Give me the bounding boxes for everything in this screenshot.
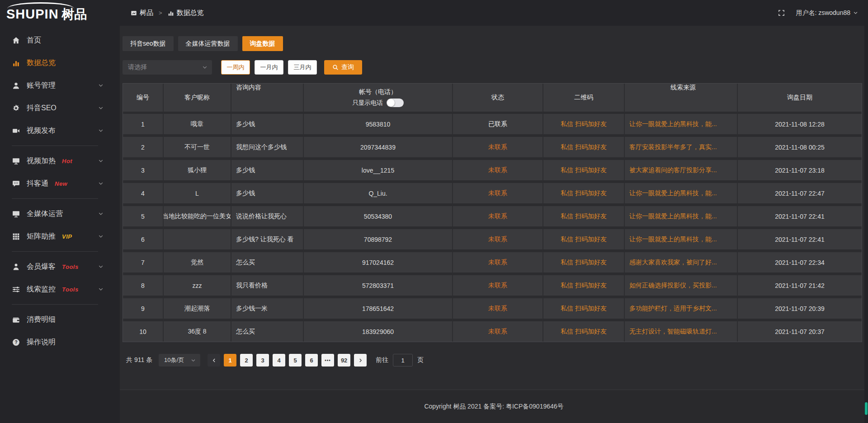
chevron-down-icon <box>98 158 104 164</box>
sidebar-item-label: 视频发布 <box>27 126 56 136</box>
cell-qrcode-link[interactable]: 私信 扫码加好友 <box>543 298 625 319</box>
sidebar-item-consumption-detail[interactable]: 消费明细 <box>0 308 120 331</box>
cell-source-link[interactable]: 无主灯设计，智能磁吸轨道灯... <box>625 321 738 342</box>
page-button-92[interactable]: 92 <box>338 354 350 367</box>
sidebar-item-member-baoke[interactable]: 会员爆客Tools <box>0 255 120 278</box>
filter-bar: 请选择 一周内一月内三月内 查询 <box>123 60 864 75</box>
cell-content: 多少钱 <box>231 160 304 180</box>
copyright-text: Copyright 树品 2021 备案号: 粤ICP备09019646号 <box>424 403 563 411</box>
cell-source-link[interactable]: 被大家追着问的客厅投影分享... <box>625 160 738 180</box>
phone-toggle[interactable] <box>387 99 404 107</box>
sidebar-item-matrix-boost[interactable]: 矩阵助推VIP <box>0 225 120 248</box>
goto-page: 前往 页 <box>376 354 424 367</box>
page-list: 123456•••92 <box>208 354 367 367</box>
cell-account: 183929060 <box>304 321 453 342</box>
cell-source-link[interactable]: 多功能护栏灯，适用于乡村文... <box>625 298 738 319</box>
page-size-select[interactable]: 10条/页 <box>159 354 200 367</box>
cell-source-link[interactable]: 客厅安装投影半年多了，真实... <box>625 137 738 157</box>
cell-nickname: 潮起潮落 <box>164 298 231 319</box>
cell-date: 2021-11-07 20:37 <box>738 321 862 342</box>
fullscreen-icon[interactable] <box>778 9 785 16</box>
table-row: 5当地比较能吃的一位美女说说价格让我死心50534380未联系私信 扫码加好友让… <box>123 206 862 226</box>
period-button-1[interactable]: 一月内 <box>255 60 283 75</box>
cell-status: 未联系 <box>453 206 543 226</box>
cell-id: 3 <box>123 160 164 180</box>
column-header-label: 帐号（电话） <box>359 88 397 96</box>
search-button[interactable]: 查询 <box>324 60 362 75</box>
scrollbar[interactable] <box>864 0 868 423</box>
tab-media-operation-data[interactable]: 全媒体运营数据 <box>178 36 238 51</box>
chevron-down-icon <box>98 264 104 269</box>
cell-source-link[interactable]: 让你一眼就爱上的黑科技，能... <box>625 114 738 134</box>
logo-text-cn: 树品 <box>62 7 87 21</box>
cell-qrcode-link[interactable]: 私信 扫码加好友 <box>543 137 625 157</box>
search-button-label: 查询 <box>341 63 354 71</box>
page-button-1[interactable]: 1 <box>224 354 236 367</box>
chevron-down-icon <box>98 234 104 239</box>
period-button-2[interactable]: 三月内 <box>288 60 317 75</box>
cell-status: 未联系 <box>453 160 543 180</box>
cell-source-link[interactable]: 感谢大家喜欢我家，被问了好... <box>625 252 738 273</box>
filter-select[interactable]: 请选择 <box>123 60 212 75</box>
sidebar-item-douyin-seo[interactable]: 抖音SEO <box>0 97 120 119</box>
table-row: 2不可一世我想问这个多少钱2097344839未联系私信 扫码加好友客厅安装投影… <box>123 137 862 157</box>
prev-page-button[interactable] <box>208 354 220 367</box>
cell-status: 未联系 <box>453 275 543 296</box>
cell-status: 未联系 <box>453 137 543 157</box>
goto-page-input[interactable] <box>393 354 413 367</box>
sidebar-item-douketong[interactable]: 抖客通New <box>0 172 120 195</box>
cell-qrcode-link[interactable]: 私信 扫码加好友 <box>543 160 625 180</box>
cell-qrcode-link[interactable]: 私信 扫码加好友 <box>543 183 625 203</box>
cell-qrcode-link[interactable]: 私信 扫码加好友 <box>543 321 625 342</box>
sidebar-item-label: 首页 <box>27 36 41 45</box>
tab-douyin-seo-data[interactable]: 抖音seo数据 <box>123 36 174 51</box>
cell-content: 我只看价格 <box>231 275 304 296</box>
sidebar-item-clue-monitor[interactable]: 线索监控Tools <box>0 278 120 301</box>
table-header-row: 编号客户昵称咨询内容帐号（电话）只显示电话状态二维码线索来源询盘日期 <box>123 84 862 112</box>
sidebar-item-home[interactable]: 首页 <box>0 29 120 52</box>
search-icon <box>332 64 339 70</box>
page-button-2[interactable]: 2 <box>240 354 253 367</box>
tab-inquiry-data[interactable]: 询盘数据 <box>242 36 283 51</box>
sidebar-item-video-publish[interactable]: 视频发布 <box>0 119 120 142</box>
cell-qrcode-link[interactable]: 私信 扫码加好友 <box>543 252 625 273</box>
sidebar-item-account-management[interactable]: 账号管理 <box>0 74 120 97</box>
cell-date: 2021-11-07 22:47 <box>738 183 862 203</box>
period-button-0[interactable]: 一周内 <box>221 60 250 75</box>
sidebar-item-operation-guide[interactable]: ?操作说明 <box>0 331 120 353</box>
user-icon <box>12 82 20 89</box>
breadcrumb-item-current: 数据总览 <box>177 9 204 17</box>
chevron-down-icon <box>98 287 104 292</box>
page-button-5[interactable]: 5 <box>289 354 302 367</box>
sidebar-item-media-operation[interactable]: 全媒体运营 <box>0 202 120 225</box>
cell-qrcode-link[interactable]: 私信 扫码加好友 <box>543 229 625 249</box>
sidebar-item-video-heat[interactable]: 视频加热Hot <box>0 150 120 172</box>
page-ellipsis[interactable]: ••• <box>321 354 334 367</box>
user-menu[interactable]: 用户名: zswodun88 <box>796 9 858 17</box>
gear-icon <box>12 104 20 112</box>
page-button-4[interactable]: 4 <box>273 354 285 367</box>
cell-date: 2021-11-08 12:28 <box>738 114 862 134</box>
cell-content: 说说价格让我死心 <box>231 206 304 226</box>
cell-qrcode-link[interactable]: 私信 扫码加好友 <box>543 275 625 296</box>
cell-nickname: zzz <box>164 275 231 296</box>
cell-qrcode-link[interactable]: 私信 扫码加好友 <box>543 114 625 134</box>
cell-qrcode-link[interactable]: 私信 扫码加好友 <box>543 206 625 226</box>
cell-source-link[interactable]: 如何正确选择投影仪，买投影... <box>625 275 738 296</box>
cell-id: 5 <box>123 206 164 226</box>
cell-source-link[interactable]: 让你一眼就爱上的黑科技，能... <box>625 229 738 249</box>
cell-source-link[interactable]: 让你一眼就爱上的黑科技，能... <box>625 206 738 226</box>
cell-source-link[interactable]: 让你一眼就爱上的黑科技，能... <box>625 183 738 203</box>
sidebar-item-label: 消费明细 <box>27 315 56 324</box>
cell-content: 多少钱一米 <box>231 298 304 319</box>
sidebar-item-badge: Tools <box>62 286 79 293</box>
sidebar-item-data-overview[interactable]: 数据总览 <box>0 52 120 74</box>
cell-account: 917024162 <box>304 252 453 273</box>
sidebar-item-label: 视频加热 <box>27 156 56 166</box>
breadcrumb-item-app[interactable]: 树品 <box>140 9 153 17</box>
page-button-3[interactable]: 3 <box>256 354 269 367</box>
page-button-6[interactable]: 6 <box>305 354 318 367</box>
cell-content: 怎么买 <box>231 252 304 273</box>
next-page-button[interactable] <box>354 354 367 367</box>
scrollbar-thumb[interactable] <box>865 402 868 415</box>
